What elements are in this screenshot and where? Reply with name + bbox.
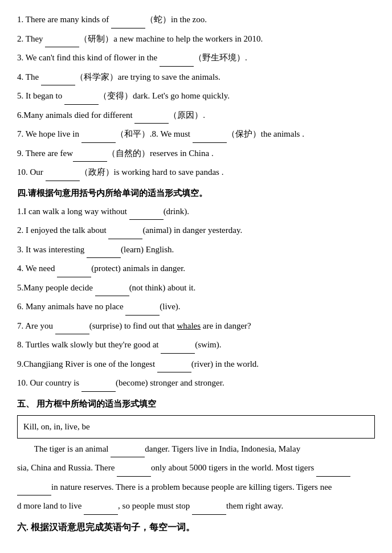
passage-line-2: sia, China and Russia. There only about … xyxy=(17,460,375,477)
blank-5-2 xyxy=(117,460,151,477)
line-4-9: 9.Changjiang River is one of the longest… xyxy=(17,356,375,373)
line-3-5: 5. It began to （变得）dark. Let's go home q… xyxy=(17,88,375,105)
line-3-6: 6.Many animals died for different （原因）. xyxy=(17,107,375,124)
blank-4-10 xyxy=(81,375,116,392)
blank-3-7b xyxy=(193,126,227,143)
line-3-4: 4. The （科学家）are trying to save the anima… xyxy=(17,69,375,86)
passage-line-1: The tiger is an animal danger. Tigers li… xyxy=(17,441,375,458)
line-4-3: 3. It was interesting (learn) English. xyxy=(17,241,375,259)
blank-3-6 xyxy=(134,107,169,124)
blank-4-3 xyxy=(87,241,121,259)
section-five-title: 五、 用方框中所给词的适当形式填空 xyxy=(17,396,375,412)
line-3-9: 10. Our （政府）is working hard to save pand… xyxy=(17,164,375,181)
line-4-5: 5.Many people decide (not think) about i… xyxy=(17,280,375,297)
blank-4-9 xyxy=(157,356,191,373)
passage-line-3: in nature reserves. There is a problem b… xyxy=(17,479,375,496)
blank-3-7a xyxy=(81,126,116,143)
blank-4-5 xyxy=(95,280,129,297)
line-3-2: 2. They （研制）a new machine to help the wo… xyxy=(17,31,375,48)
line-4-10: 10. Our country is (become) stronger and… xyxy=(17,375,375,392)
blank-4-6 xyxy=(125,298,160,316)
blank-5-4 xyxy=(84,498,118,515)
line-4-7: 7. Are you (surprise) to find out that w… xyxy=(17,318,375,335)
line-4-1: 1.I can walk a long way without (drink). xyxy=(17,203,375,220)
section-six-title: 六. 根据汉语意思完成英语句子，每空一词。 xyxy=(17,519,375,535)
blank-5-3b xyxy=(17,479,51,496)
line-3-8: 9. There are few （自然的）reserves in China … xyxy=(17,145,375,162)
blank-4-2 xyxy=(108,222,142,239)
line-4-8: 8. Turtles walk slowly but they're good … xyxy=(17,337,375,354)
blank-5-1 xyxy=(111,441,145,458)
line-3-1: 1. There are many kinds of （蛇）in the zoo… xyxy=(17,11,375,28)
blank-5-3a xyxy=(316,460,350,477)
blank-3-8 xyxy=(73,145,107,162)
line-3-3: 3. We can't find this kind of flower in … xyxy=(17,50,375,67)
section-six: 六. 根据汉语意思完成英语句子，每空一词。 xyxy=(17,519,375,535)
blank-5-5 xyxy=(192,498,226,515)
line-3-7: 7. We hope live in （和平）.8. We must （保护）t… xyxy=(17,126,375,143)
blank-3-2 xyxy=(45,31,79,48)
section-three: 1. There are many kinds of （蛇）in the zoo… xyxy=(17,11,375,181)
line-4-6: 6. Many animals have no place (live). xyxy=(17,298,375,316)
blank-3-1 xyxy=(111,11,145,28)
line-4-4: 4. We need (protect) animals in danger. xyxy=(17,260,375,277)
blank-4-4 xyxy=(57,260,91,277)
blank-4-1 xyxy=(129,203,164,220)
blank-4-7 xyxy=(55,318,89,335)
passage-line-4: d more land to live , so people must sto… xyxy=(17,498,375,515)
blank-4-8 xyxy=(161,337,195,354)
section-four: 四.请根据句意用括号内所给单词的适当形式填空。 1.I can walk a l… xyxy=(17,186,375,392)
line-4-2: 2. I enjoyed the talk about (animal) in … xyxy=(17,222,375,239)
section-five: 五、 用方框中所给词的适当形式填空 Kill, on, in, live, be… xyxy=(17,396,375,515)
blank-3-3 xyxy=(160,50,194,67)
section-four-title: 四.请根据句意用括号内所给单词的适当形式填空。 xyxy=(17,186,375,201)
word-box: Kill, on, in, live, be xyxy=(17,415,375,439)
blank-3-9 xyxy=(46,164,80,181)
blank-3-4 xyxy=(41,69,75,86)
blank-3-5 xyxy=(64,88,99,105)
